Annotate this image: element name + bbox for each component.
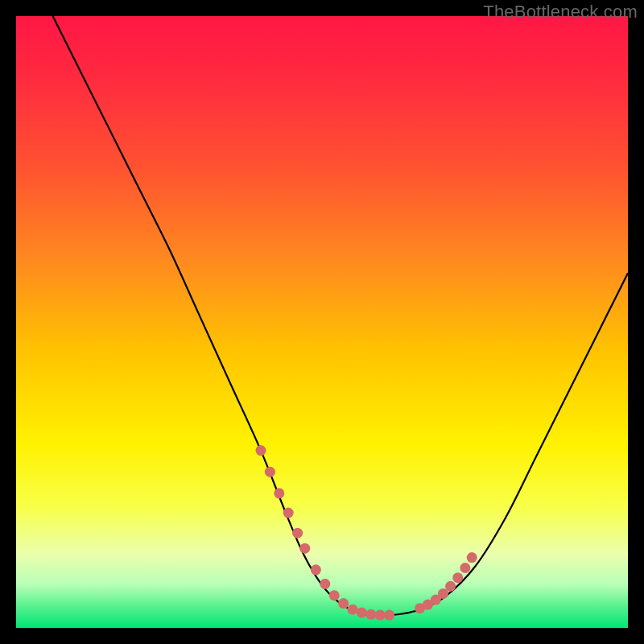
- highlight-dot: [265, 467, 275, 477]
- highlight-dot: [375, 610, 386, 621]
- highlight-dot: [467, 552, 477, 563]
- highlight-dot: [274, 488, 284, 498]
- highlight-dot: [384, 610, 394, 621]
- highlight-dot: [460, 563, 470, 573]
- highlight-dot: [357, 608, 367, 618]
- highlight-dot: [256, 445, 266, 456]
- chart-svg: [16, 16, 628, 628]
- highlight-dot: [320, 579, 330, 589]
- highlight-dot: [292, 528, 303, 539]
- highlight-dot: [311, 564, 321, 575]
- highlight-dot: [299, 543, 310, 554]
- chart-frame: [16, 16, 628, 628]
- highlight-dot: [348, 605, 358, 615]
- gradient-background: [16, 16, 628, 628]
- watermark-text: TheBottleneck.com: [483, 2, 638, 23]
- highlight-dot: [329, 590, 340, 601]
- highlight-dot: [338, 598, 349, 609]
- highlight-dot: [445, 581, 456, 592]
- highlight-dot: [365, 609, 376, 620]
- highlight-dot: [283, 508, 294, 518]
- highlight-dot: [452, 572, 463, 583]
